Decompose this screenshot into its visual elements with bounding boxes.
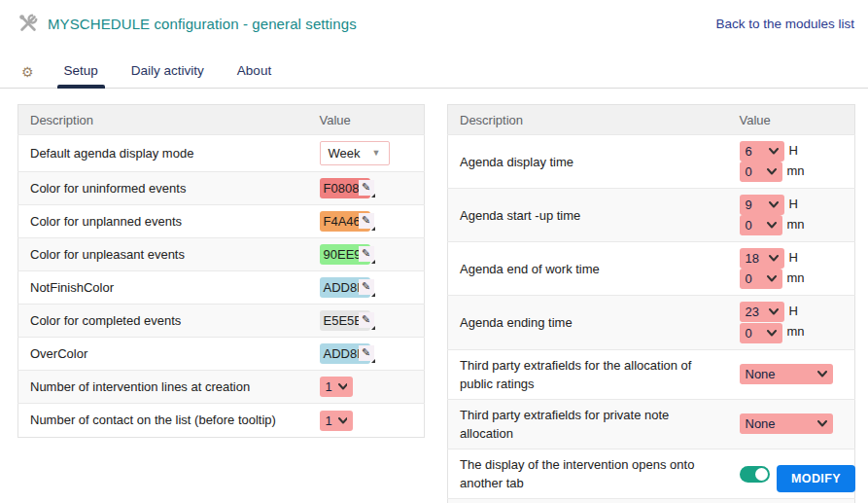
chevron-down-icon: [767, 330, 777, 337]
settings-tables: Description Value Default agenda display…: [17, 104, 855, 503]
select-value: None: [746, 414, 776, 433]
setting-label: Color for unplanned events: [18, 205, 308, 238]
setting-label: Agenda start -up time: [448, 189, 728, 242]
select-value: 0: [746, 324, 752, 342]
toggle-knob: [755, 468, 768, 481]
back-to-modules-link[interactable]: Back to the modules list: [715, 17, 854, 31]
tab-setup-label: Setup: [64, 63, 98, 78]
hour-select[interactable]: 18: [740, 248, 784, 269]
edit-pencil-icon[interactable]: ✎: [359, 345, 374, 361]
hour-select[interactable]: 9: [740, 195, 784, 215]
tab-daily-activity[interactable]: Daily activity: [115, 63, 221, 88]
select-value: 6: [746, 142, 752, 161]
select-value: 9: [746, 196, 752, 214]
agenda-settings-table: Description Value Agenda display time6H0…: [447, 104, 855, 503]
setting-label: Default agenda display mode: [18, 135, 308, 172]
select-value: 1: [326, 377, 332, 396]
page-header: MYSCHEDULE configuration - general setti…: [0, 0, 868, 34]
description-column-header: Description: [448, 105, 728, 135]
chevron-down-icon: [817, 420, 827, 427]
setting-value-cell: None: [728, 399, 855, 449]
tab-bar: ⚙ Setup Daily activity About: [0, 55, 868, 89]
value-column-header: Value: [728, 105, 855, 135]
minute-select[interactable]: 0: [740, 215, 782, 235]
settings-row: Agenda display time6H0mn: [448, 135, 855, 189]
value-select[interactable]: 1: [320, 411, 353, 431]
unit-label: H: [789, 197, 798, 211]
value-column-header: Value: [308, 105, 425, 135]
unit-label: mn: [787, 270, 805, 285]
tab-daily-activity-label: Daily activity: [131, 63, 204, 78]
chevron-down-icon: [769, 308, 779, 315]
unit-label: mn: [787, 163, 805, 178]
settings-row: Color for unplanned eventsF4A460✎: [18, 205, 425, 238]
setting-label: Color for unpleasant events: [18, 238, 308, 271]
edit-pencil-icon[interactable]: ✎: [359, 213, 374, 229]
select-value: 0: [746, 162, 752, 181]
settings-row: Third party extrafields for the allocati…: [448, 349, 855, 399]
hour-select[interactable]: 6: [740, 141, 784, 162]
select-value: None: [746, 365, 776, 383]
chevron-down-icon: [767, 168, 777, 175]
agenda-mode-select[interactable]: Week▼: [320, 141, 390, 165]
unit-label: H: [789, 304, 798, 318]
setting-value-cell: 90EE90✎: [308, 238, 425, 271]
setting-value-cell: 9H0mn: [728, 189, 855, 242]
settings-row: Agenda start -up time9H0mn: [448, 189, 855, 242]
setting-value-cell: ADD8E6✎: [308, 338, 425, 371]
modify-button[interactable]: MODIFY: [777, 465, 855, 492]
setting-label: The display of the intervention opens on…: [448, 449, 728, 498]
unit-label: H: [789, 250, 798, 265]
setting-value-cell: 18H0mn: [728, 242, 855, 296]
setting-label: OverColor: [18, 338, 308, 371]
chevron-down-icon: [769, 201, 779, 208]
settings-row: Agenda end of work time18H0mn: [448, 242, 855, 296]
settings-row: Default agenda display modeWeek▼: [18, 135, 425, 172]
setting-value-cell: F4A460✎: [308, 205, 425, 238]
setting-value-cell: ADD8E6✎: [308, 271, 425, 305]
chevron-down-icon: [767, 275, 777, 282]
chevron-down-icon: [817, 371, 827, 377]
value-select[interactable]: None: [740, 413, 833, 434]
tab-setup[interactable]: Setup: [48, 63, 115, 88]
footer: MODIFY: [777, 465, 855, 492]
minute-select[interactable]: 0: [740, 269, 782, 289]
dropdown-arrow-icon: ▼: [372, 144, 381, 162]
value-select[interactable]: None: [740, 364, 833, 384]
setting-label: Agenda end of work time: [448, 242, 728, 296]
settings-row: Color for uninformed eventsF08080✎: [18, 172, 425, 205]
settings-page: MYSCHEDULE configuration - general setti…: [0, 0, 868, 503]
edit-pencil-icon[interactable]: ✎: [359, 279, 374, 295]
settings-row: Color for completed eventsE5E5E5✎: [18, 305, 425, 338]
setting-value-cell: None: [728, 349, 855, 399]
display-settings-table: Description Value Default agenda display…: [17, 104, 425, 438]
setting-value-cell: 6H0mn: [728, 135, 855, 189]
edit-pencil-icon[interactable]: ✎: [359, 180, 374, 196]
setting-label: Third party extrafields for the allocati…: [448, 349, 728, 399]
edit-pencil-icon[interactable]: ✎: [359, 246, 374, 262]
value-select[interactable]: 1: [320, 377, 353, 397]
settings-row: OverColorADD8E6✎: [18, 338, 425, 371]
setting-value-cell: Week▼: [308, 135, 425, 172]
minute-select[interactable]: 0: [740, 323, 782, 343]
setting-label: Color for completed events: [18, 305, 308, 338]
description-column-header: Description: [18, 105, 308, 135]
setting-label: Number of contact on the list (before to…: [18, 404, 308, 437]
chevron-down-icon: [338, 417, 347, 424]
tools-icon: [17, 13, 39, 34]
setting-label: Color for uninformed events: [18, 172, 308, 205]
unit-label: mn: [787, 217, 805, 232]
setting-label: Third party extrafields for private note…: [448, 399, 728, 449]
settings-row: Third party extrafields for private note…: [448, 399, 855, 449]
chevron-down-icon: [767, 222, 777, 229]
setting-value-cell: E5E5E5✎: [308, 305, 425, 338]
select-value: 23: [746, 303, 759, 321]
edit-pencil-icon[interactable]: ✎: [359, 312, 374, 328]
minute-select[interactable]: 0: [740, 162, 782, 182]
toggle-on-switch[interactable]: [740, 466, 770, 483]
settings-row: Agenda ending time23H0mn: [448, 296, 855, 349]
hour-select[interactable]: 23: [740, 302, 784, 322]
tab-about[interactable]: About: [221, 63, 288, 88]
select-value: Week: [329, 144, 361, 162]
setting-value-cell: 1: [308, 371, 425, 404]
